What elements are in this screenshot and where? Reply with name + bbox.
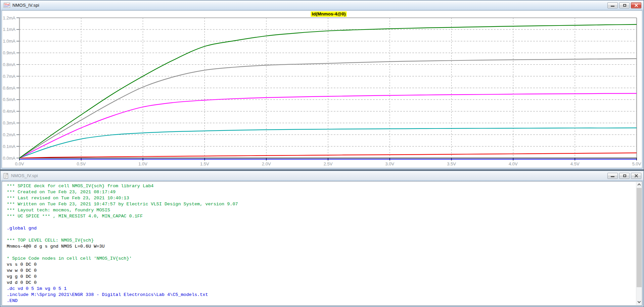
- y-tick-label: 0.3mA: [3, 120, 15, 125]
- y-tick-label: 0.0mA: [3, 156, 15, 161]
- y-tick-label: 0.6mA: [3, 86, 15, 91]
- minimize-icon: [611, 176, 614, 177]
- x-tick-label: 3.0V: [385, 161, 394, 166]
- chevron-down-icon: [638, 300, 641, 303]
- code-line: * Spice Code nodes in cell cell 'NMOS_IV…: [7, 256, 634, 262]
- x-tick-label: 1.5V: [200, 161, 209, 166]
- minimize-icon: [611, 6, 614, 7]
- x-tick-label: 4.0V: [509, 161, 518, 166]
- y-tick-label: 1.0mA: [3, 39, 15, 44]
- y-tick-label: 0.2mA: [3, 132, 15, 137]
- code-line: .global gnd: [7, 225, 634, 232]
- code-line: [7, 232, 634, 238]
- iv-curves-chart: 1.2mA1.1mA1.0mA0.9mA0.8mA0.7mA0.6mA0.5mA…: [2, 11, 643, 168]
- close-button[interactable]: [631, 2, 641, 8]
- waveform-window-titlebar[interactable]: NMOS_IV.spi: [1, 1, 643, 10]
- scroll-up-button[interactable]: [636, 182, 642, 188]
- vertical-scrollbar[interactable]: [636, 182, 642, 305]
- waveform-icon: [4, 3, 10, 8]
- x-tick-label: 0.0V: [15, 161, 24, 166]
- netlist-code[interactable]: *** SPICE deck for cell NMOS_IV{sch} fro…: [2, 182, 642, 305]
- minimize-button[interactable]: [607, 173, 618, 179]
- scroll-down-button[interactable]: [636, 299, 642, 305]
- netlist-window-titlebar[interactable]: NMOS_IV.spi: [1, 171, 643, 181]
- x-tick-label: 0.5V: [77, 161, 86, 166]
- x-tick-label: 2.5V: [324, 161, 333, 166]
- chevron-up-icon: [638, 184, 641, 187]
- code-line: *** Last revised on Tue Feb 23, 2021 10:…: [7, 195, 634, 201]
- scrollbar-thumb[interactable]: [637, 188, 642, 287]
- y-tick-label: 1.1mA: [3, 27, 15, 32]
- y-tick-label: 0.4mA: [3, 109, 15, 114]
- code-line: *** Written on Tue Feb 23, 2021 10:47:57…: [7, 201, 634, 207]
- code-line: vg g 0 DC 0: [7, 274, 634, 280]
- restore-button[interactable]: [619, 173, 630, 179]
- trace-legend[interactable]: Id(Mnmos-4@0): [311, 11, 347, 17]
- close-button[interactable]: [631, 173, 641, 179]
- iv-curve-vg1: [19, 153, 637, 158]
- code-line: *** Created on Tue Feb 23, 2021 08:17:49: [7, 189, 634, 195]
- code-line: vd d 0 DC 0: [7, 280, 634, 286]
- code-line: .END: [7, 298, 634, 304]
- y-tick-label: 0.5mA: [3, 97, 15, 102]
- y-tick-label: 0.7mA: [3, 74, 15, 79]
- netlist-window: NMOS_IV.spi *** SPICE deck for cell NMOS…: [0, 170, 644, 307]
- x-tick-label: 1.0V: [138, 161, 147, 166]
- restore-button[interactable]: [619, 2, 630, 8]
- restore-icon: [623, 4, 626, 7]
- code-line: *** TOP LEVEL CELL: NMOS_IV{sch}: [7, 238, 634, 244]
- minimize-button[interactable]: [607, 2, 618, 8]
- code-line: .include M:\Spring 2021\ENGR 338 - Digit…: [7, 292, 634, 298]
- code-line: [7, 219, 634, 225]
- waveform-pane[interactable]: 1.2mA1.1mA1.0mA0.9mA0.8mA0.7mA0.6mA0.5mA…: [2, 10, 642, 168]
- window-title: NMOS_IV.spi: [12, 3, 39, 8]
- x-tick-label: 3.5V: [447, 161, 456, 166]
- code-line: vw w 0 DC 0: [7, 268, 634, 274]
- code-line: vs s 0 DC 0: [7, 262, 634, 268]
- x-tick-label: 2.0V: [262, 161, 271, 166]
- y-tick-label: 0.9mA: [3, 50, 15, 55]
- restore-icon: [623, 174, 626, 177]
- y-tick-label: 1.2mA: [3, 15, 15, 20]
- waveform-window: NMOS_IV.spi 1.2mA1.1mA1.0mA0.9mA0.8mA0.7…: [0, 0, 644, 170]
- code-line: *** Layout tech: mocmos, foundry MOSIS: [7, 207, 634, 213]
- y-tick-label: 0.8mA: [3, 62, 15, 67]
- code-line: Mnmos-4@0 d g s gnd NMOS L=0.6U W=3U: [7, 244, 634, 250]
- code-line: *** UC SPICE *** , MIN_RESIST 4.0, MIN_C…: [7, 213, 634, 219]
- document-icon: [4, 173, 9, 178]
- iv-curve-vg4: [19, 59, 637, 158]
- x-tick-label: 4.5V: [570, 161, 580, 166]
- code-line: *** SPICE deck for cell NMOS_IV{sch} fro…: [7, 183, 634, 189]
- y-tick-label: 0.1mA: [3, 144, 15, 149]
- x-tick-label: 5.0V: [632, 161, 641, 166]
- netlist-editor-pane: *** SPICE deck for cell NMOS_IV{sch} fro…: [2, 181, 642, 306]
- code-line: .dc vd 0 5 1m vg 0 5 1: [7, 286, 634, 292]
- window-title: NMOS_IV.spi: [11, 173, 38, 178]
- code-line: [7, 250, 634, 256]
